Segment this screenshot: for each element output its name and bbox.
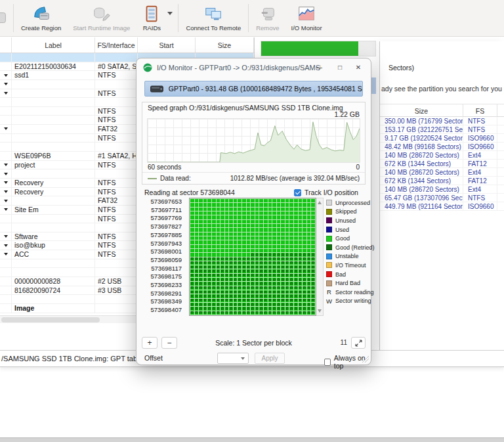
row-expander-icon[interactable] xyxy=(0,188,12,196)
row-expander-icon[interactable] xyxy=(0,169,12,178)
found-partition-row[interactable]: 672 KB (1344 Sectors)FAT12 xyxy=(380,177,504,185)
minimize-button[interactable]: — xyxy=(312,61,326,74)
column-header[interactable]: Size xyxy=(380,104,463,116)
scroll-down-icon[interactable] xyxy=(318,309,322,313)
sector-row-label: 573698407 xyxy=(138,306,186,315)
sector-block xyxy=(277,199,281,202)
scrollbar-thumb[interactable] xyxy=(1,317,100,322)
sector-block: R xyxy=(303,253,306,256)
sector-block xyxy=(281,224,285,227)
sector-block: R xyxy=(277,307,281,310)
sector-block: R xyxy=(247,290,251,294)
sector-block xyxy=(234,245,238,248)
sector-block: R xyxy=(299,294,303,298)
column-header[interactable] xyxy=(0,37,12,53)
found-partition-row[interactable]: 140 MB (286720 Sectors)Ext4 xyxy=(380,151,504,160)
maximize-button[interactable]: □ xyxy=(333,61,347,74)
row-expander-icon[interactable] xyxy=(0,89,12,98)
toolbar-clipped[interactable] xyxy=(0,0,12,36)
row-expander-icon[interactable] xyxy=(0,232,12,241)
sector-block: R xyxy=(311,274,315,277)
found-partition-row[interactable]: 9.17 GB (19220524 Sectors)ISO9660 xyxy=(380,134,504,143)
chevron-down-icon[interactable] xyxy=(167,12,173,15)
expand-button[interactable] xyxy=(351,337,366,349)
toolbar-connect-to-remote[interactable]: Connect To Remote xyxy=(180,0,247,36)
column-header[interactable]: FS/Interface xyxy=(95,37,138,53)
sector-block: R xyxy=(225,290,229,294)
found-partition-row[interactable]: 153.17 GB (321226751 Sectors)NTFS xyxy=(380,125,504,134)
row-expander-icon[interactable] xyxy=(0,71,12,79)
row-expander-icon[interactable] xyxy=(0,196,12,205)
sector-block: R xyxy=(203,307,207,310)
offset-combobox[interactable] xyxy=(217,353,249,364)
toolbar-remove[interactable]: Remove xyxy=(250,0,285,36)
sector-block xyxy=(285,232,289,236)
sector-block: R xyxy=(190,303,194,306)
row-expander-icon[interactable] xyxy=(0,250,12,259)
sector-block: R xyxy=(203,274,207,277)
sector-block: R xyxy=(259,307,263,310)
column-header[interactable]: Start xyxy=(138,37,196,53)
sector-block: R xyxy=(217,290,220,294)
column-header[interactable]: FS xyxy=(463,104,497,116)
found-partition-row[interactable]: 140 MB (286720 Sectors)Ext4 xyxy=(380,168,504,177)
found-partition-row[interactable]: 449.79 MB (921164 Sectors)ISO9660 xyxy=(380,202,504,211)
sector-block xyxy=(255,240,259,244)
toolbar-start-runtime-image[interactable]: Start Runtime Image xyxy=(67,0,136,36)
row-expander-icon[interactable] xyxy=(0,179,12,187)
toolbar-label: Connect To Remote xyxy=(186,24,241,32)
sector-block: R xyxy=(268,253,272,256)
sector-block: R xyxy=(268,282,272,285)
sector-block xyxy=(307,199,311,202)
found-partition-row[interactable]: 48.42 MB (99168 Sectors)ISO9660 xyxy=(380,143,504,151)
found-partition-row[interactable]: 140 MB (286720 Sectors)Ext4 xyxy=(380,185,504,194)
sector-block xyxy=(299,249,303,252)
dialog-titlebar[interactable]: I/O Monitor - GPTPart0 -> O:/931/diskgen… xyxy=(136,58,371,77)
sector-block xyxy=(217,203,220,206)
sector-row-label: 573698117 xyxy=(138,265,186,273)
found-partition-row[interactable]: 350.00 MB (716799 Sectors)NTFS xyxy=(380,117,504,125)
sector-block xyxy=(199,249,203,252)
toolbar-i-o-monitor[interactable]: I/O Monitor xyxy=(285,0,328,36)
row-expander-icon[interactable] xyxy=(0,241,12,250)
found-partition-row[interactable]: 672 KB (1344 Sectors)FAT12 xyxy=(380,160,504,168)
sector-block xyxy=(285,228,289,231)
sector-block: R xyxy=(303,311,306,315)
sector-block: R xyxy=(247,282,251,285)
sector-map-scrollbar[interactable] xyxy=(316,198,324,316)
sector-block: R xyxy=(195,294,199,298)
sector-block xyxy=(277,211,281,215)
row-expander-icon[interactable] xyxy=(0,206,12,214)
sector-block: R xyxy=(212,261,216,265)
sector-block xyxy=(217,236,220,240)
sector-block xyxy=(307,236,311,240)
apply-button[interactable]: Apply xyxy=(255,353,285,364)
sector-block xyxy=(281,245,285,248)
found-partition-row[interactable]: 65.47 GB (137307096 Sectors)NTFS xyxy=(380,194,504,202)
sector-block: R xyxy=(229,299,233,302)
sector-block xyxy=(190,253,194,256)
cell xyxy=(95,295,138,303)
sector-block: R xyxy=(281,261,285,265)
checkbox-checked-icon[interactable] xyxy=(294,189,301,196)
sector-block: R xyxy=(277,294,281,298)
toolbar-raids[interactable]: RAIDs xyxy=(136,0,167,36)
row-expander-icon[interactable] xyxy=(0,80,12,89)
row-expander-icon[interactable] xyxy=(0,161,12,169)
sector-block xyxy=(212,215,216,219)
track-io-checkbox[interactable]: Track I/O position xyxy=(294,188,358,196)
checkbox-unchecked-icon[interactable] xyxy=(324,359,331,366)
sector-block: R xyxy=(190,261,194,265)
sector-block: R xyxy=(299,282,303,285)
resize-grip[interactable] xyxy=(362,356,369,363)
close-button[interactable]: ✕ xyxy=(351,61,366,74)
row-expander-icon[interactable] xyxy=(0,125,12,133)
column-header[interactable]: Label xyxy=(12,37,95,53)
toolbar-create-region[interactable]: Create Region xyxy=(15,0,67,36)
sector-block xyxy=(289,236,293,240)
device-header[interactable]: GPTPart0 - 931.48 GB (1000168489472 Byte… xyxy=(144,81,363,97)
scroll-up-icon[interactable] xyxy=(318,201,322,204)
sector-block xyxy=(251,211,255,215)
column-header[interactable]: Size xyxy=(196,37,254,53)
sector-block xyxy=(264,232,268,236)
